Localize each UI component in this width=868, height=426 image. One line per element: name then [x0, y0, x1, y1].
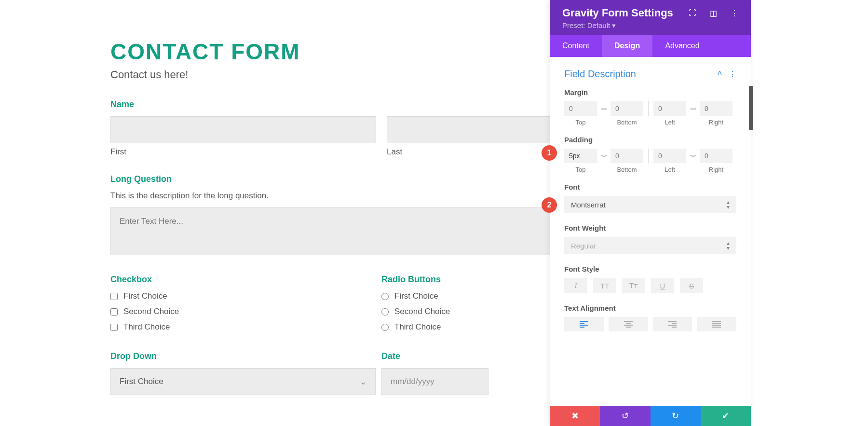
settings-panel: Gravity Form Settings ⛶ ◫ ⋮ Preset: Defa… — [550, 0, 751, 426]
margin-top-label: Top — [576, 119, 586, 126]
radio-option-label: Second Choice — [394, 307, 450, 316]
align-center-button[interactable] — [609, 317, 648, 331]
undo-icon: ↺ — [622, 411, 629, 421]
font-style-label: Font Style — [564, 265, 736, 273]
expand-icon[interactable]: ⛶ — [689, 9, 696, 18]
align-center-icon — [624, 321, 633, 328]
italic-button[interactable]: I — [564, 278, 587, 293]
redo-button[interactable]: ↻ — [651, 406, 701, 426]
redo-icon: ↻ — [672, 411, 679, 421]
date-input[interactable]: mm/dd/yyyy — [381, 368, 488, 395]
section-title[interactable]: Field Description — [564, 69, 636, 80]
text-align-buttons — [564, 317, 736, 331]
checkbox-option-label: Second Choice — [123, 307, 179, 316]
cancel-button[interactable]: ✖ — [550, 406, 600, 426]
padding-bottom-label: Bottom — [617, 166, 637, 173]
font-style-buttons: I TT Tᴛ U S — [564, 278, 736, 293]
annotation-badge-2: 2 — [542, 197, 557, 213]
checkbox-2[interactable] — [110, 308, 118, 316]
checkbox-option[interactable]: First Choice — [110, 291, 381, 301]
sort-icon: ▴▾ — [727, 200, 730, 209]
divider — [648, 149, 649, 163]
text-align-label: Text Alignment — [564, 304, 736, 312]
smallcaps-button[interactable]: Tᴛ — [622, 278, 645, 293]
margin-label: Margin — [564, 88, 736, 96]
margin-left-label: Left — [665, 119, 675, 126]
link-icon[interactable]: ⫘ — [597, 101, 610, 116]
align-justify-icon — [712, 321, 721, 328]
checkbox-label: Checkbox — [110, 275, 381, 285]
checkbox-option[interactable]: Second Choice — [110, 307, 381, 316]
font-value: Montserrat — [571, 201, 606, 209]
layout-icon[interactable]: ◫ — [710, 9, 717, 18]
radio-option-label: Third Choice — [394, 322, 441, 332]
panel-body[interactable]: Field Description ᐱ ⋮ Margin Top ⫘ Botto… — [550, 57, 751, 406]
close-icon: ✖ — [571, 411, 579, 421]
padding-left-label: Left — [665, 166, 675, 173]
font-weight-select[interactable]: Regular ▴▾ — [564, 237, 736, 254]
padding-bottom-input[interactable] — [610, 149, 643, 163]
more-icon[interactable]: ⋮ — [731, 9, 738, 18]
preset-selector[interactable]: Preset: Default ▾ — [562, 21, 738, 30]
margin-controls: Top ⫘ Bottom Left ⫘ Right — [564, 101, 736, 126]
section-more-icon[interactable]: ⋮ — [729, 69, 736, 79]
margin-right-label: Right — [709, 119, 723, 126]
date-placeholder: mm/dd/yyyy — [391, 377, 434, 386]
link-icon[interactable]: ⫘ — [686, 149, 700, 163]
strikethrough-button[interactable]: S — [680, 278, 703, 293]
padding-left-input[interactable] — [653, 149, 686, 163]
panel-tabs: Content Design Advanced — [550, 35, 751, 57]
tab-advanced[interactable]: Advanced — [652, 35, 712, 57]
radio-1[interactable] — [381, 293, 389, 300]
dropdown-select[interactable]: First Choice ⌄ — [110, 368, 376, 395]
checkbox-1[interactable] — [110, 293, 118, 300]
align-left-icon — [580, 321, 588, 328]
radio-3[interactable] — [381, 324, 389, 331]
underline-button[interactable]: U — [651, 278, 674, 293]
font-weight-value: Regular — [571, 242, 597, 250]
undo-button[interactable]: ↺ — [600, 406, 650, 426]
first-sublabel: First — [110, 147, 376, 157]
padding-top-label: Top — [576, 166, 586, 173]
padding-top-input[interactable] — [564, 149, 597, 163]
scrollbar-thumb[interactable] — [749, 86, 753, 130]
padding-right-input[interactable] — [700, 149, 732, 163]
first-name-input[interactable] — [110, 116, 376, 143]
align-right-button[interactable] — [653, 317, 692, 331]
font-select[interactable]: Montserrat ▴▾ — [564, 196, 736, 213]
dropdown-label: Drop Down — [110, 351, 381, 361]
link-icon[interactable]: ⫘ — [597, 149, 610, 163]
link-icon[interactable]: ⫘ — [686, 101, 700, 116]
checkbox-option[interactable]: Third Choice — [110, 322, 381, 332]
panel-title: Gravity Form Settings — [562, 7, 673, 19]
padding-right-label: Right — [709, 166, 723, 173]
align-justify-button[interactable] — [697, 317, 736, 331]
divider — [648, 101, 649, 116]
checkbox-option-label: First Choice — [123, 291, 167, 301]
margin-top-input[interactable] — [564, 101, 597, 116]
sort-icon: ▴▾ — [727, 241, 730, 250]
margin-left-input[interactable] — [653, 101, 686, 116]
panel-footer: ✖ ↺ ↻ ✔ — [550, 406, 751, 426]
padding-label: Padding — [564, 136, 736, 144]
font-label: Font — [564, 183, 736, 191]
save-button[interactable]: ✔ — [701, 406, 751, 426]
collapse-icon[interactable]: ᐱ — [718, 69, 722, 79]
checkbox-3[interactable] — [110, 324, 118, 331]
tab-content[interactable]: Content — [550, 35, 602, 57]
margin-right-input[interactable] — [700, 101, 732, 116]
dropdown-selected: First Choice — [120, 377, 163, 386]
checkbox-option-label: Third Choice — [123, 322, 170, 332]
margin-bottom-label: Bottom — [617, 119, 637, 126]
align-left-button[interactable] — [564, 317, 604, 331]
annotation-badge-1: 1 — [542, 145, 557, 161]
tab-design[interactable]: Design — [602, 35, 652, 57]
padding-controls: Top ⫘ Bottom Left ⫘ Right — [564, 149, 736, 173]
chevron-down-icon: ⌄ — [360, 377, 366, 387]
check-icon: ✔ — [722, 411, 729, 421]
margin-bottom-input[interactable] — [610, 101, 643, 116]
radio-2[interactable] — [381, 308, 389, 316]
align-right-icon — [668, 321, 677, 328]
font-weight-label: Font Weight — [564, 224, 736, 232]
uppercase-button[interactable]: TT — [593, 278, 616, 293]
